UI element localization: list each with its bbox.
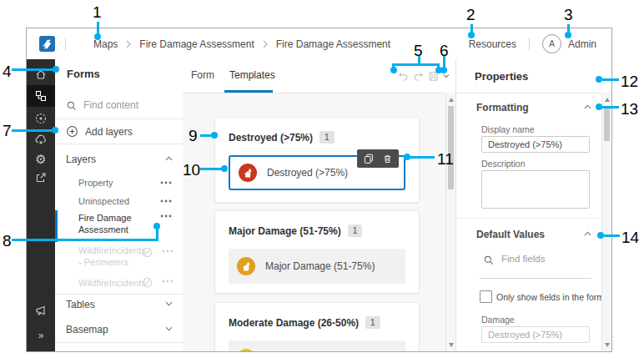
- callout-2: 2: [466, 7, 475, 23]
- add-layers-button[interactable]: Add layers: [85, 126, 133, 138]
- group-count-badge: 1: [348, 224, 363, 237]
- template-hover-toolbar: [357, 149, 399, 168]
- callout-3: 3: [564, 7, 573, 23]
- callout-line: [12, 129, 52, 132]
- header-divider: [65, 38, 66, 51]
- forms-panel: Forms Add layers Layers Property Uninspe…: [55, 59, 184, 351]
- callout-12: 12: [621, 73, 638, 89]
- tab-form[interactable]: Form: [191, 69, 214, 81]
- template-group-destroyed: Destroyed (>75%)1 Destroyed (>75%): [214, 117, 420, 203]
- callout-dot: [440, 67, 447, 73]
- callout-line: [392, 63, 440, 66]
- template-group-moderate: Moderate Damage (26-50%)1 Moderate Damag…: [214, 302, 420, 351]
- layer-options-icon[interactable]: [160, 181, 172, 184]
- template-card-destroyed[interactable]: Destroyed (>75%): [229, 155, 405, 190]
- breadcrumb-map-name[interactable]: Fire Damage Assessment: [139, 38, 254, 50]
- find-fields-input[interactable]: [501, 254, 585, 264]
- undo-icon[interactable]: [396, 69, 410, 83]
- template-card-major[interactable]: Major Damage (51-75%): [229, 249, 405, 284]
- layer-options-icon[interactable]: [162, 280, 174, 283]
- chevron-down-icon[interactable]: [164, 325, 174, 332]
- callout-line: [409, 156, 435, 159]
- templates-scroll-area: Destroyed (>75%)1 Destroyed (>75%): [183, 93, 445, 351]
- formatting-section-header[interactable]: Formatting: [476, 102, 529, 113]
- callout-dot: [596, 103, 602, 110]
- scrollbar-thumb[interactable]: [604, 106, 610, 141]
- callout-4: 4: [3, 63, 12, 79]
- nav-geofences-icon[interactable]: [27, 108, 55, 129]
- layer-item-wildfire-incidents[interactable]: WildfireIncidents: [78, 277, 150, 289]
- duplicate-icon[interactable]: [363, 153, 375, 164]
- callout-13: 13: [621, 101, 638, 117]
- layer-item-fire-damage-assessment[interactable]: Fire Damage Assessment: [78, 212, 150, 235]
- damage-field-input[interactable]: [481, 326, 590, 343]
- group-title: Destroyed (>75%): [229, 132, 313, 144]
- not-supported-icon: [142, 276, 153, 291]
- divider: [55, 342, 183, 343]
- redo-icon[interactable]: [411, 69, 425, 83]
- nav-home-icon[interactable]: [27, 63, 55, 85]
- templates-scrollbar[interactable]: [445, 93, 455, 351]
- layer-item-wildfire-perimeters[interactable]: WildfireIncidents - Perimeters: [78, 245, 150, 268]
- basemap-section-header[interactable]: Basemap: [66, 324, 108, 335]
- breadcrumb-chevron-icon: [262, 40, 269, 48]
- callout-1: 1: [93, 4, 102, 20]
- template-label: Destroyed (>75%): [267, 167, 348, 179]
- scroll-up-icon[interactable]: [602, 94, 612, 104]
- divider: [55, 294, 183, 295]
- forms-panel-title: Forms: [67, 68, 100, 80]
- esri-logo-icon[interactable]: [39, 36, 55, 52]
- tables-section-header[interactable]: Tables: [66, 299, 95, 310]
- delete-icon[interactable]: [382, 154, 393, 164]
- layer-options-icon[interactable]: [162, 250, 174, 253]
- find-content-input[interactable]: [83, 99, 171, 111]
- chevron-down-icon[interactable]: [164, 300, 174, 307]
- callout-dot: [468, 32, 475, 38]
- properties-scroll-area: Formatting Display name Description Defa…: [456, 93, 601, 351]
- display-name-input[interactable]: [481, 136, 590, 153]
- layer-item-property[interactable]: Property: [78, 177, 150, 189]
- template-card-moderate[interactable]: Moderate Damage (26-50%): [229, 340, 405, 351]
- chevron-up-icon[interactable]: [583, 230, 592, 237]
- callout-10: 10: [183, 162, 200, 178]
- layer-item-uninspected[interactable]: Uninspected: [78, 195, 150, 207]
- nav-sharing-icon[interactable]: [27, 167, 55, 189]
- user-menu[interactable]: Admin: [568, 38, 596, 50]
- template-group-major: Major Damage (51-75%)1 Major Damage (51-…: [214, 210, 420, 294]
- callout-9: 9: [189, 128, 198, 144]
- destroyed-symbol-icon: [239, 164, 257, 182]
- callout-line: [12, 239, 158, 241]
- scrollbar-thumb[interactable]: [448, 106, 454, 189]
- group-count-badge: 1: [365, 316, 380, 329]
- breadcrumb-layer-name: Fire Damage Assessment: [276, 38, 390, 50]
- damage-field-label: Damage: [481, 315, 515, 325]
- gear-icon: ⚙: [35, 153, 46, 165]
- layer-options-icon[interactable]: [160, 199, 172, 203]
- description-textarea[interactable]: [481, 170, 590, 209]
- default-values-section-header[interactable]: Default Values: [476, 229, 545, 240]
- avatar[interactable]: A: [542, 34, 561, 53]
- chevron-up-icon[interactable]: [164, 155, 174, 162]
- tab-templates[interactable]: Templates: [229, 69, 275, 81]
- callout-line: [602, 106, 619, 108]
- callout-dot: [597, 232, 604, 239]
- display-name-label: Display name: [481, 124, 535, 134]
- callout-line: [12, 68, 55, 71]
- only-show-fields-checkbox[interactable]: [480, 290, 492, 303]
- callout-dot: [52, 127, 58, 134]
- group-title: Major Damage (51-75%): [229, 225, 341, 237]
- callout-line: [200, 168, 223, 170]
- properties-scrollbar[interactable]: [601, 93, 611, 351]
- scroll-down-icon[interactable]: [602, 340, 612, 350]
- nav-expand-icon[interactable]: »: [27, 325, 55, 346]
- callout-line: [156, 229, 158, 240]
- callout-11: 11: [437, 151, 454, 167]
- layer-options-icon[interactable]: [160, 214, 172, 218]
- not-supported-icon: [142, 246, 153, 261]
- callout-dot: [211, 132, 218, 139]
- layers-section-header[interactable]: Layers: [66, 154, 96, 165]
- nav-feedback-icon[interactable]: [27, 300, 55, 321]
- chevron-up-icon[interactable]: [583, 103, 592, 110]
- resources-link[interactable]: Resources: [469, 38, 516, 50]
- nav-forms-icon[interactable]: [27, 85, 55, 107]
